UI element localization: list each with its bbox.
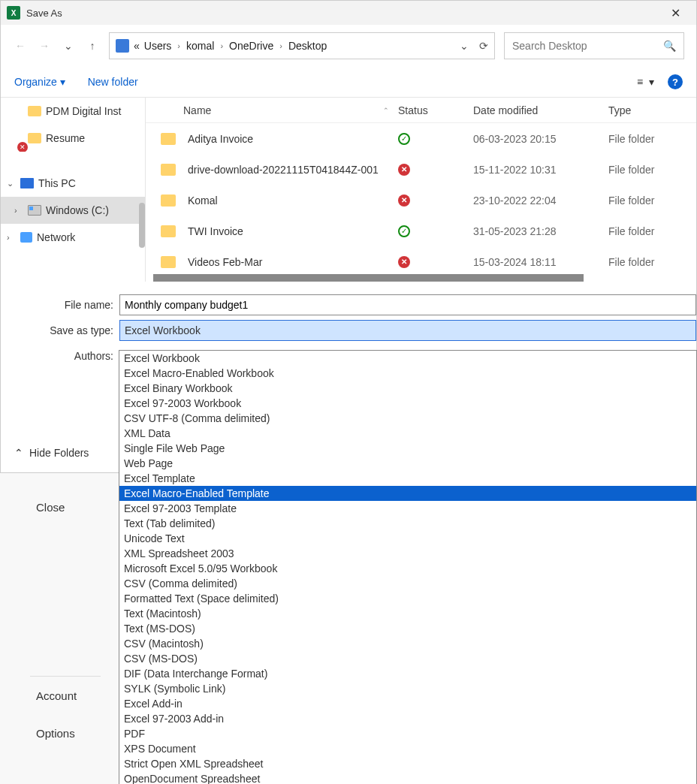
backstage-account[interactable]: Account bbox=[0, 677, 119, 714]
filetype-option[interactable]: PDF bbox=[119, 726, 696, 741]
filetype-option[interactable]: Excel Workbook bbox=[119, 351, 696, 366]
filetype-option[interactable]: CSV (MS-DOS) bbox=[119, 651, 696, 666]
file-date: 15-03-2024 18:11 bbox=[473, 256, 608, 268]
search-icon: 🔍 bbox=[663, 40, 676, 52]
filetype-option[interactable]: Excel 97-2003 Add-in bbox=[119, 711, 696, 726]
toolbar: Organize ▾ New folder ≡ ▾ ? bbox=[1, 67, 696, 97]
chevron-right-icon[interactable]: › bbox=[14, 206, 17, 215]
column-type[interactable]: Type bbox=[608, 104, 696, 116]
file-type: File folder bbox=[608, 256, 696, 268]
filetype-option[interactable]: Text (MS-DOS) bbox=[119, 621, 696, 636]
status-ok-icon: ✓ bbox=[398, 133, 410, 145]
file-list: Name ⌃ Status Date modified Type Aditya … bbox=[146, 98, 696, 282]
filetype-option[interactable]: Excel Add-in bbox=[119, 696, 696, 711]
filetype-option[interactable]: Web Page bbox=[119, 456, 696, 471]
file-name: drive-download-20221115T041844Z-001 bbox=[188, 164, 379, 176]
chevron-down-icon[interactable]: ⌄ bbox=[7, 179, 14, 188]
filetype-option[interactable]: Text (Macintosh) bbox=[119, 606, 696, 621]
filetype-option[interactable]: Excel Macro-Enabled Workbook bbox=[119, 366, 696, 381]
file-row[interactable]: Aditya Invoice✓06-03-2023 20:15File fold… bbox=[146, 123, 696, 154]
organize-button[interactable]: Organize ▾ bbox=[14, 76, 65, 88]
search-box[interactable]: 🔍 bbox=[504, 32, 684, 59]
saveastype-label: Save as type: bbox=[1, 324, 119, 336]
column-headers: Name ⌃ Status Date modified Type bbox=[146, 98, 696, 123]
filetype-option[interactable]: Excel 97-2003 Workbook bbox=[119, 396, 696, 411]
breadcrumb-desktop[interactable]: Desktop bbox=[288, 40, 327, 52]
navbar: ← → ⌄ ↑ « Users › komal › OneDrive › Des… bbox=[1, 25, 696, 67]
folder-icon bbox=[161, 133, 176, 145]
folder-icon bbox=[161, 256, 176, 268]
saveastype-combo[interactable]: Excel Workbook bbox=[119, 320, 696, 341]
filetype-option[interactable]: Excel 97-2003 Template bbox=[119, 501, 696, 516]
filetype-option[interactable]: XML Spreadsheet 2003 bbox=[119, 546, 696, 561]
breadcrumb-onedrive[interactable]: OneDrive bbox=[229, 40, 273, 52]
folder-icon bbox=[161, 225, 176, 237]
column-date[interactable]: Date modified bbox=[473, 104, 608, 116]
excel-icon: X bbox=[7, 6, 20, 20]
column-status[interactable]: Status bbox=[398, 104, 473, 116]
filetype-option[interactable]: Formatted Text (Space delimited) bbox=[119, 591, 696, 606]
tree-item-resume[interactable]: ✕ Resume bbox=[1, 125, 145, 152]
pc-icon bbox=[20, 178, 34, 188]
file-date: 23-10-2022 22:04 bbox=[473, 194, 608, 207]
filetype-option[interactable]: Strict Open XML Spreadsheet bbox=[119, 756, 696, 771]
new-folder-button[interactable]: New folder bbox=[88, 76, 138, 88]
filetype-option[interactable]: CSV (Comma delimited) bbox=[119, 576, 696, 591]
tree-item-thispc[interactable]: ⌄ This PC bbox=[1, 170, 145, 197]
hide-folders-button[interactable]: ⌃ Hide Folders bbox=[14, 447, 89, 459]
filetype-option[interactable]: XML Data bbox=[119, 426, 696, 441]
filename-input[interactable] bbox=[119, 294, 696, 315]
filetype-option[interactable]: Microsoft Excel 5.0/95 Workbook bbox=[119, 561, 696, 576]
content-area: PDM Digital Inst ✕ Resume ⌄ This PC › Wi… bbox=[1, 97, 696, 282]
filename-label: File name: bbox=[1, 299, 119, 311]
tree-item-network[interactable]: › Network bbox=[1, 224, 145, 251]
filetype-option[interactable]: Single File Web Page bbox=[119, 441, 696, 456]
chevron-right-icon: › bbox=[279, 41, 282, 50]
address-dropdown-button[interactable]: ⌄ bbox=[460, 40, 469, 52]
sort-indicator-icon: ⌃ bbox=[383, 107, 389, 114]
filetype-option[interactable]: CSV UTF-8 (Comma delimited) bbox=[119, 411, 696, 426]
filetype-option[interactable]: Excel Macro-Enabled Template bbox=[119, 486, 696, 501]
backstage-panel: Close Account Options bbox=[0, 473, 119, 752]
refresh-button[interactable]: ⟳ bbox=[479, 40, 488, 52]
chevron-right-icon[interactable]: › bbox=[7, 233, 10, 242]
view-options-button[interactable]: ≡ ▾ bbox=[637, 76, 654, 88]
help-button[interactable]: ? bbox=[668, 74, 683, 89]
column-name[interactable]: Name ⌃ bbox=[161, 104, 398, 116]
file-row[interactable]: TWI Invoice✓31-05-2023 21:28File folder bbox=[146, 216, 696, 246]
file-name: Komal bbox=[188, 194, 218, 207]
sidebar-scrollbar[interactable] bbox=[139, 203, 145, 248]
file-row[interactable]: Komal✕23-10-2022 22:04File folder bbox=[146, 185, 696, 216]
file-row[interactable]: drive-download-20221115T041844Z-001✕15-1… bbox=[146, 154, 696, 185]
up-button[interactable]: ↑ bbox=[85, 38, 100, 53]
recent-locations-button[interactable]: ⌄ bbox=[61, 38, 76, 53]
nav-tree: PDM Digital Inst ✕ Resume ⌄ This PC › Wi… bbox=[1, 98, 146, 282]
backstage-options[interactable]: Options bbox=[0, 714, 119, 752]
chevron-right-icon: › bbox=[220, 41, 223, 50]
filetype-option[interactable]: SYLK (Symbolic Link) bbox=[119, 681, 696, 696]
back-button[interactable]: ← bbox=[13, 38, 28, 53]
breadcrumb-komal[interactable]: komal bbox=[186, 40, 214, 52]
breadcrumb-users[interactable]: Users bbox=[144, 40, 172, 52]
forward-button[interactable]: → bbox=[37, 38, 52, 53]
filetype-option[interactable]: Excel Template bbox=[119, 471, 696, 486]
filetype-dropdown[interactable]: Excel WorkbookExcel Macro-Enabled Workbo… bbox=[119, 350, 697, 784]
tree-item-windows-c[interactable]: › Windows (C:) bbox=[1, 197, 145, 224]
close-button[interactable]: ✕ bbox=[660, 1, 690, 25]
tree-item-pdm[interactable]: PDM Digital Inst bbox=[1, 98, 145, 125]
search-input[interactable] bbox=[512, 40, 663, 52]
address-bar[interactable]: « Users › komal › OneDrive › Desktop ⌄ ⟳ bbox=[109, 32, 495, 59]
file-name: TWI Invoice bbox=[188, 225, 243, 237]
filetype-option[interactable]: Excel Binary Workbook bbox=[119, 381, 696, 396]
filetype-option[interactable]: CSV (Macintosh) bbox=[119, 636, 696, 651]
horizontal-scrollbar[interactable] bbox=[153, 274, 584, 282]
error-badge-icon: ✕ bbox=[17, 142, 28, 152]
filetype-option[interactable]: XPS Document bbox=[119, 741, 696, 756]
file-row[interactable]: Videos Feb-Mar✕15-03-2024 18:11File fold… bbox=[146, 246, 696, 277]
filetype-option[interactable]: DIF (Data Interchange Format) bbox=[119, 666, 696, 681]
backstage-close[interactable]: Close bbox=[0, 488, 119, 526]
filetype-option[interactable]: Unicode Text bbox=[119, 531, 696, 546]
filetype-option[interactable]: Text (Tab delimited) bbox=[119, 516, 696, 531]
filetype-option[interactable]: OpenDocument Spreadsheet bbox=[119, 771, 696, 784]
folder-icon bbox=[161, 164, 176, 176]
